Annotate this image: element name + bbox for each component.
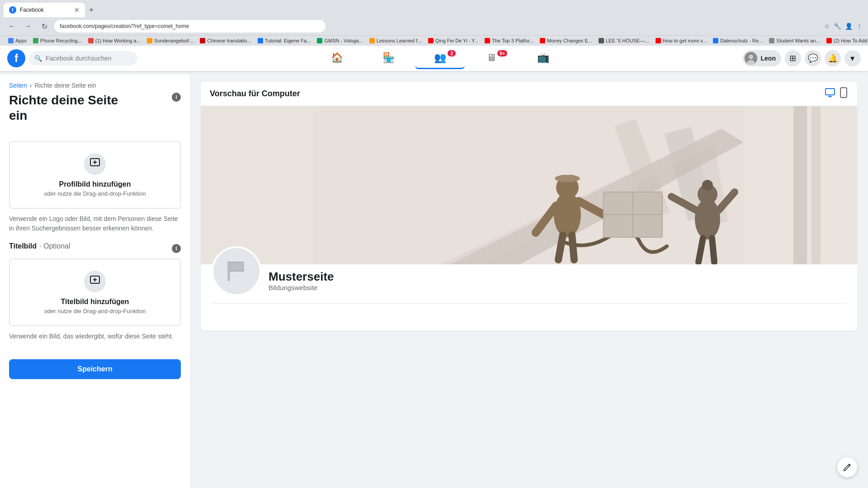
nav-pages[interactable]: 🖥 9+ (467, 47, 516, 69)
bookmark-item[interactable]: Money Changes E... (537, 37, 595, 44)
bookmark-item[interactable]: Lessons Learned f... (367, 37, 425, 44)
bookmark-item[interactable]: Qing Fei De Yi - Y... (425, 37, 481, 44)
bookmark-label: (1) How Working a... (95, 38, 141, 43)
preview-card: Vorschau für Computer (201, 82, 857, 331)
bookmark-item[interactable]: (1) How Working a... (85, 37, 143, 44)
bookmark-item[interactable]: Chinese translatio... (197, 37, 254, 44)
nav-center: 🏠 🏪 👥 2 🖥 9+ 📺 (312, 47, 568, 69)
save-button[interactable]: Speichern (9, 359, 181, 379)
facebook-logo: f (7, 49, 25, 67)
profile-upload-subtitle: oder nutze die Drag-and-drop-Funktion (44, 190, 146, 197)
bookmark-label: Tutorial: Eigene Fa... (265, 38, 311, 43)
menu-icon[interactable]: ⋮ (856, 23, 863, 30)
cover-add-image-icon (90, 275, 100, 288)
svg-rect-9 (826, 89, 835, 95)
nav-store[interactable]: 🏪 (363, 47, 413, 69)
friends-badge: 2 (448, 50, 456, 56)
mobile-view-icon[interactable] (839, 87, 848, 100)
bookmark-favicon (540, 38, 545, 43)
bookmark-item[interactable]: GMSN - Vologa... (314, 37, 366, 44)
more-button[interactable]: ▾ (844, 50, 861, 66)
breadcrumb-separator: › (30, 82, 32, 89)
bookmark-favicon (317, 38, 322, 43)
title-info-icon[interactable]: i (172, 93, 181, 102)
back-button[interactable]: ← (5, 20, 18, 33)
address-bar[interactable]: facebook.com/pages/creation/?ref_type=co… (54, 20, 326, 33)
bookmark-label: GMSN - Vologa... (324, 38, 363, 43)
preview-page-info: Musterseite Bildungswebsite (269, 270, 334, 296)
reload-button[interactable]: ↻ (38, 20, 51, 33)
bookmark-favicon (485, 38, 490, 43)
pages-badge: 9+ (497, 50, 508, 56)
bookmark-favicon (33, 38, 38, 43)
desktop-view-icon[interactable] (825, 87, 835, 100)
search-input[interactable] (46, 55, 132, 62)
breadcrumb-pages[interactable]: Seiten (9, 82, 27, 89)
tab-close-button[interactable]: ✕ (74, 6, 80, 14)
svg-rect-21 (811, 106, 821, 264)
forward-button[interactable]: → (22, 20, 34, 33)
bookmark-label: Apps (15, 38, 27, 43)
edit-fab-button[interactable] (837, 457, 857, 477)
svg-point-1 (749, 55, 753, 59)
watch-icon: 📺 (537, 52, 549, 64)
nav-friends[interactable]: 👥 2 (415, 47, 465, 69)
user-profile-button[interactable]: Leon (743, 50, 781, 66)
profile-description: Verwende ein Logo oder Bild, mit dem Per… (9, 214, 181, 233)
bookmark-item[interactable]: Apps (5, 37, 29, 44)
preview-page-category: Bildungswebsite (269, 284, 334, 291)
optional-label: · Optional (39, 242, 70, 250)
tab-title: Facebook (20, 7, 71, 13)
bookmark-label: How to get more v... (663, 38, 707, 43)
bookmark-item[interactable]: Tutorial: Eigene Fa... (255, 37, 314, 44)
avatar (745, 52, 757, 65)
svg-rect-40 (227, 261, 230, 281)
add-image-icon (90, 157, 100, 171)
bookmark-star-icon[interactable]: ☆ (824, 23, 830, 30)
browser-tab[interactable]: f Facebook ✕ (4, 3, 85, 17)
cover-image-area (201, 106, 857, 264)
bookmark-favicon (713, 38, 718, 43)
cover-label-text: Titelbild (9, 242, 37, 250)
extension-icon[interactable]: 🔧 (834, 23, 841, 30)
nav-home[interactable]: 🏠 (312, 47, 362, 69)
cover-image-upload-box[interactable]: Titelbild hinzufügen oder nutze die Drag… (9, 258, 181, 326)
grid-menu-button[interactable]: ⊞ (785, 50, 801, 66)
top-navigation: f 🔍 🏠 🏪 👥 2 🖥 9+ 📺 (0, 46, 868, 71)
bookmark-favicon (258, 38, 263, 43)
bookmark-favicon (599, 38, 604, 43)
svg-rect-20 (793, 106, 807, 264)
bookmark-label: Lessons Learned f... (377, 38, 422, 43)
bookmark-label: Phone Recycling... (40, 38, 82, 43)
view-toggle (825, 87, 848, 100)
pages-icon: 🖥 (486, 52, 496, 64)
left-panel: Seiten › Richte deine Seite ein Richte d… (0, 75, 190, 488)
cover-info-icon[interactable]: i (172, 244, 181, 253)
bookmark-item[interactable]: LEE 'S HOUSE—... (596, 37, 652, 44)
messenger-button[interactable]: 💬 (805, 50, 821, 66)
new-tab-button[interactable]: + (85, 4, 98, 16)
bookmark-item[interactable]: Sonderangebot!... (144, 37, 196, 44)
profile-upload-title: Profilbild hinzufügen (59, 180, 131, 188)
upload-icon-wrapper (84, 153, 106, 175)
preview-footer-space (201, 304, 857, 331)
bookmark-item[interactable]: The Top 3 Platfor... (482, 37, 536, 44)
bookmark-item[interactable]: Datenschutz - Re... (710, 37, 765, 44)
tab-favicon: f (9, 6, 16, 14)
nav-right: Leon ⊞ 💬 🔔 ▾ (743, 50, 861, 66)
search-bar[interactable]: 🔍 (29, 51, 137, 66)
notifications-button[interactable]: 🔔 (825, 50, 841, 66)
right-panel: Vorschau für Computer (190, 75, 868, 488)
preview-profile-pic (212, 246, 261, 296)
store-icon: 🏪 (382, 52, 395, 64)
bookmark-item[interactable]: Phone Recycling... (30, 37, 85, 44)
bookmark-favicon (88, 38, 94, 43)
bookmark-item[interactable]: Student Wants an... (766, 37, 822, 44)
bookmark-item[interactable]: How to get more v... (653, 37, 710, 44)
cover-section-header: Titelbild · Optional i (9, 242, 181, 255)
profile-icon[interactable]: 👤 (845, 23, 853, 30)
profile-image-upload-box[interactable]: Profilbild hinzufügen oder nutze die Dra… (9, 141, 181, 209)
svg-rect-41 (230, 262, 244, 271)
bookmark-item[interactable]: (2) How To Add A... (824, 37, 868, 44)
nav-watch[interactable]: 📺 (518, 47, 568, 69)
